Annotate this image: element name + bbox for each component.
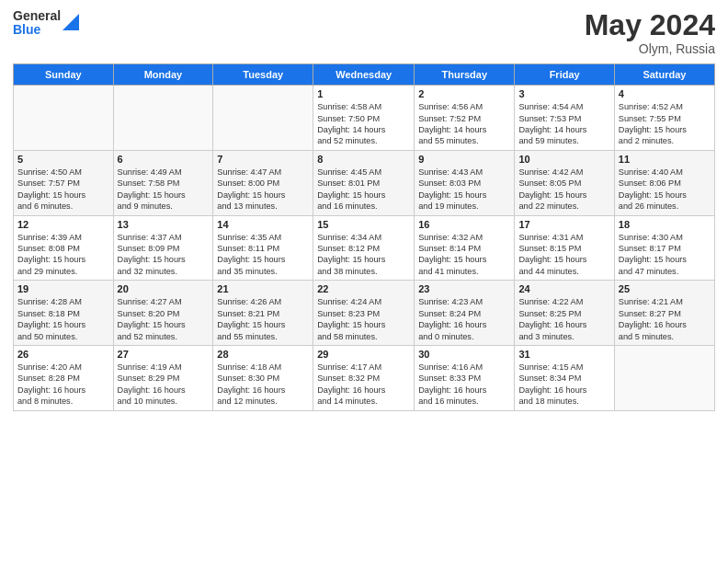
calendar-row: 12Sunrise: 4:39 AM Sunset: 8:08 PM Dayli… (14, 215, 715, 281)
day-info: Sunrise: 4:20 AM Sunset: 8:28 PM Dayligh… (17, 362, 109, 408)
day-info: Sunrise: 4:17 AM Sunset: 8:32 PM Dayligh… (317, 362, 410, 408)
table-cell: 22Sunrise: 4:24 AM Sunset: 8:23 PM Dayli… (313, 281, 415, 346)
day-number: 17 (518, 219, 609, 230)
table-cell: 17Sunrise: 4:31 AM Sunset: 8:15 PM Dayli… (515, 215, 614, 281)
day-info: Sunrise: 4:31 AM Sunset: 8:15 PM Dayligh… (518, 232, 609, 278)
day-info: Sunrise: 4:24 AM Sunset: 8:23 PM Dayligh… (317, 296, 410, 342)
logo-general: General (13, 9, 61, 23)
day-number: 4 (619, 88, 711, 99)
calendar-table: Sunday Monday Tuesday Wednesday Thursday… (13, 63, 715, 410)
day-number: 22 (317, 283, 410, 294)
table-cell: 5Sunrise: 4:50 AM Sunset: 7:57 PM Daylig… (14, 150, 114, 215)
calendar-header-row: Sunday Monday Tuesday Wednesday Thursday… (14, 64, 715, 86)
calendar-row: 1Sunrise: 4:58 AM Sunset: 7:50 PM Daylig… (14, 86, 715, 151)
col-saturday: Saturday (614, 64, 714, 86)
day-number: 9 (418, 154, 510, 165)
table-cell: 24Sunrise: 4:22 AM Sunset: 8:25 PM Dayli… (515, 281, 614, 346)
table-cell (113, 86, 213, 151)
day-number: 2 (418, 88, 510, 99)
col-monday: Monday (113, 64, 213, 86)
day-number: 13 (118, 219, 210, 230)
table-cell: 10Sunrise: 4:42 AM Sunset: 8:05 PM Dayli… (515, 150, 614, 215)
table-cell: 30Sunrise: 4:16 AM Sunset: 8:33 PM Dayli… (415, 345, 515, 410)
day-number: 25 (619, 283, 711, 294)
logo: General Blue (13, 9, 79, 38)
day-info: Sunrise: 4:50 AM Sunset: 7:57 PM Dayligh… (17, 167, 109, 213)
day-number: 7 (217, 154, 309, 165)
day-info: Sunrise: 4:26 AM Sunset: 8:21 PM Dayligh… (217, 296, 309, 342)
day-number: 3 (518, 88, 609, 99)
calendar-row: 5Sunrise: 4:50 AM Sunset: 7:57 PM Daylig… (14, 150, 715, 215)
table-cell: 12Sunrise: 4:39 AM Sunset: 8:08 PM Dayli… (14, 215, 114, 281)
table-cell: 9Sunrise: 4:43 AM Sunset: 8:03 PM Daylig… (415, 150, 515, 215)
day-number: 16 (418, 219, 510, 230)
table-cell: 14Sunrise: 4:35 AM Sunset: 8:11 PM Dayli… (213, 215, 313, 281)
day-info: Sunrise: 4:35 AM Sunset: 8:11 PM Dayligh… (217, 232, 309, 278)
table-cell (614, 345, 714, 410)
day-number: 31 (518, 349, 609, 360)
table-cell: 13Sunrise: 4:37 AM Sunset: 8:09 PM Dayli… (113, 215, 213, 281)
table-cell: 7Sunrise: 4:47 AM Sunset: 8:00 PM Daylig… (213, 150, 313, 215)
day-info: Sunrise: 4:40 AM Sunset: 8:06 PM Dayligh… (619, 167, 711, 213)
col-sunday: Sunday (14, 64, 114, 86)
table-cell: 8Sunrise: 4:45 AM Sunset: 8:01 PM Daylig… (313, 150, 415, 215)
day-number: 11 (619, 154, 711, 165)
col-thursday: Thursday (415, 64, 515, 86)
title-location: Olym, Russia (585, 41, 715, 56)
day-number: 24 (518, 283, 609, 294)
day-info: Sunrise: 4:47 AM Sunset: 8:00 PM Dayligh… (217, 167, 309, 213)
day-number: 10 (518, 154, 609, 165)
day-number: 27 (118, 349, 210, 360)
logo-icon (63, 10, 79, 30)
col-friday: Friday (515, 64, 614, 86)
day-info: Sunrise: 4:27 AM Sunset: 8:20 PM Dayligh… (118, 296, 210, 342)
day-info: Sunrise: 4:39 AM Sunset: 8:08 PM Dayligh… (17, 232, 109, 278)
table-cell: 4Sunrise: 4:52 AM Sunset: 7:55 PM Daylig… (614, 86, 714, 151)
day-number: 20 (118, 283, 210, 294)
day-number: 12 (17, 219, 109, 230)
title-month: May 2024 (585, 9, 715, 41)
page: General Blue May 2024 Olym, Russia Sunda… (0, 0, 728, 563)
col-wednesday: Wednesday (313, 64, 415, 86)
day-number: 18 (619, 219, 711, 230)
day-number: 19 (17, 283, 109, 294)
day-info: Sunrise: 4:22 AM Sunset: 8:25 PM Dayligh… (518, 296, 609, 342)
day-info: Sunrise: 4:16 AM Sunset: 8:33 PM Dayligh… (418, 362, 510, 408)
day-info: Sunrise: 4:54 AM Sunset: 7:53 PM Dayligh… (518, 101, 609, 147)
day-info: Sunrise: 4:21 AM Sunset: 8:27 PM Dayligh… (619, 296, 711, 342)
day-info: Sunrise: 4:37 AM Sunset: 8:09 PM Dayligh… (118, 232, 210, 278)
table-cell: 15Sunrise: 4:34 AM Sunset: 8:12 PM Dayli… (313, 215, 415, 281)
day-info: Sunrise: 4:19 AM Sunset: 8:29 PM Dayligh… (118, 362, 210, 408)
col-tuesday: Tuesday (213, 64, 313, 86)
day-number: 8 (317, 154, 410, 165)
day-number: 26 (17, 349, 109, 360)
day-number: 30 (418, 349, 510, 360)
day-info: Sunrise: 4:32 AM Sunset: 8:14 PM Dayligh… (418, 232, 510, 278)
day-info: Sunrise: 4:23 AM Sunset: 8:24 PM Dayligh… (418, 296, 510, 342)
day-number: 23 (418, 283, 510, 294)
table-cell: 20Sunrise: 4:27 AM Sunset: 8:20 PM Dayli… (113, 281, 213, 346)
day-number: 14 (217, 219, 309, 230)
day-info: Sunrise: 4:45 AM Sunset: 8:01 PM Dayligh… (317, 167, 410, 213)
day-info: Sunrise: 4:49 AM Sunset: 7:58 PM Dayligh… (118, 167, 210, 213)
table-cell: 3Sunrise: 4:54 AM Sunset: 7:53 PM Daylig… (515, 86, 614, 151)
table-cell: 26Sunrise: 4:20 AM Sunset: 8:28 PM Dayli… (14, 345, 114, 410)
table-cell: 16Sunrise: 4:32 AM Sunset: 8:14 PM Dayli… (415, 215, 515, 281)
svg-marker-0 (63, 14, 79, 30)
table-cell: 1Sunrise: 4:58 AM Sunset: 7:50 PM Daylig… (313, 86, 415, 151)
day-info: Sunrise: 4:34 AM Sunset: 8:12 PM Dayligh… (317, 232, 410, 278)
table-cell: 31Sunrise: 4:15 AM Sunset: 8:34 PM Dayli… (515, 345, 614, 410)
day-info: Sunrise: 4:30 AM Sunset: 8:17 PM Dayligh… (619, 232, 711, 278)
day-info: Sunrise: 4:28 AM Sunset: 8:18 PM Dayligh… (17, 296, 109, 342)
logo-blue: Blue (13, 23, 61, 37)
day-number: 6 (118, 154, 210, 165)
day-number: 15 (317, 219, 410, 230)
day-info: Sunrise: 4:52 AM Sunset: 7:55 PM Dayligh… (619, 101, 711, 147)
table-cell: 21Sunrise: 4:26 AM Sunset: 8:21 PM Dayli… (213, 281, 313, 346)
table-cell: 29Sunrise: 4:17 AM Sunset: 8:32 PM Dayli… (313, 345, 415, 410)
day-info: Sunrise: 4:58 AM Sunset: 7:50 PM Dayligh… (317, 101, 410, 147)
day-number: 28 (217, 349, 309, 360)
table-cell: 23Sunrise: 4:23 AM Sunset: 8:24 PM Dayli… (415, 281, 515, 346)
day-number: 29 (317, 349, 410, 360)
calendar-row: 19Sunrise: 4:28 AM Sunset: 8:18 PM Dayli… (14, 281, 715, 346)
